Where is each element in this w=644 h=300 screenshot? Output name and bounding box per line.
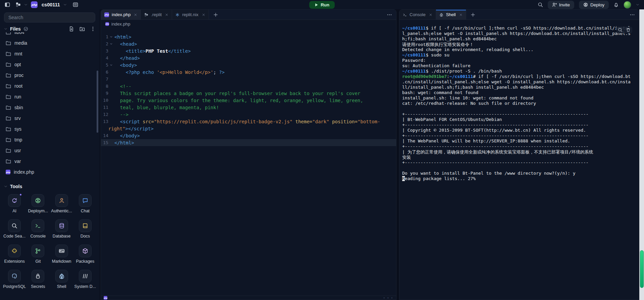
code-line-13[interactable]: 13 <script src="https://replit.com/publi… bbox=[101, 118, 396, 125]
tool-tile-postgresql[interactable]: PostgreSQL bbox=[3, 270, 26, 295]
folder-icon bbox=[6, 126, 11, 132]
editor-tabs-menu-icon[interactable] bbox=[383, 10, 396, 19]
chevron-down-icon[interactable] bbox=[24, 3, 28, 6]
chevron-down-icon[interactable] bbox=[4, 27, 7, 31]
postgresql-icon bbox=[11, 273, 17, 279]
file-tree-item-var[interactable]: var bbox=[0, 156, 100, 167]
chevron-down-icon[interactable] bbox=[63, 3, 67, 6]
window-scrollbar[interactable] bbox=[639, 9, 644, 300]
close-icon[interactable] bbox=[134, 13, 137, 16]
tool-tile-authentic-[interactable]: Authentic... bbox=[50, 194, 73, 219]
code-line-4[interactable]: 4 </head> bbox=[101, 54, 396, 61]
workspace-name[interactable]: cs00111 bbox=[42, 2, 60, 7]
code-line-8[interactable]: 8 <!-- bbox=[101, 83, 396, 90]
file-tree-item-index.php[interactable]: phpindex.php bbox=[0, 167, 100, 177]
code-editor[interactable]: 1<html>2 <head>3 <title>PHP Test</title>… bbox=[101, 28, 396, 146]
code-line-14[interactable]: 14 </body> bbox=[101, 132, 396, 139]
breadcrumb[interactable]: php index.php bbox=[101, 20, 396, 28]
layout-icon[interactable] bbox=[73, 2, 78, 7]
checkpoint-icon[interactable] bbox=[23, 27, 28, 31]
tab-shell[interactable]: Shell bbox=[436, 10, 466, 19]
line-number: 15 bbox=[101, 140, 108, 145]
close-icon[interactable] bbox=[202, 13, 205, 16]
tool-tile-database[interactable]: Database bbox=[50, 219, 73, 245]
file-tree-item-tmp[interactable]: tmp bbox=[0, 134, 100, 145]
notifications-bell-icon[interactable] bbox=[613, 2, 619, 7]
tool-tile-console[interactable]: Console bbox=[26, 219, 50, 245]
deploy-button[interactable]: Deploy bbox=[579, 1, 609, 9]
database-icon bbox=[59, 223, 65, 229]
new-tab-icon[interactable] bbox=[209, 10, 222, 19]
chevron-down-icon[interactable] bbox=[4, 185, 7, 188]
code-line-9[interactable]: 9 This script places a badge on your rep… bbox=[101, 90, 396, 97]
file-tree-item-srv[interactable]: srv bbox=[0, 113, 100, 124]
code-line-11[interactable]: 11 teal, blue, blurple, magenta, pink! bbox=[101, 104, 396, 111]
files-menu-icon[interactable] bbox=[90, 26, 96, 32]
new-folder-icon[interactable] bbox=[79, 26, 85, 32]
code-line-10[interactable]: 10 page. Try various colors for the them… bbox=[101, 97, 396, 104]
tool-tile-system-d-[interactable]: System D... bbox=[73, 270, 97, 295]
code-line-7[interactable]: 7 bbox=[101, 76, 396, 83]
search-input[interactable]: Search bbox=[4, 12, 95, 23]
invite-button[interactable]: Invite bbox=[548, 1, 574, 9]
code-line-6[interactable]: 6 <?php echo '<p>Hello World</p>'; ?> bbox=[101, 69, 396, 76]
tool-tile-ai[interactable]: AI bbox=[3, 194, 26, 219]
file-name: sys bbox=[14, 126, 21, 132]
file-tree-item-usr[interactable]: usr bbox=[0, 145, 100, 156]
tab-console[interactable]: Console bbox=[399, 10, 436, 19]
tool-tile-docs[interactable]: Docs bbox=[73, 219, 97, 245]
code-line-3[interactable]: 3 <title>PHP Test</title> bbox=[101, 47, 396, 54]
tool-tile-secrets[interactable]: Secrets bbox=[26, 270, 50, 295]
tab-index-php[interactable]: phpindex.php bbox=[101, 10, 141, 19]
tool-tile-deploym-[interactable]: Deploym... bbox=[26, 194, 50, 219]
file-tree-item-sbin[interactable]: sbin bbox=[0, 102, 100, 113]
tool-tile-git[interactable]: Git bbox=[26, 245, 50, 270]
run-button[interactable]: Run bbox=[309, 1, 335, 9]
avatar[interactable] bbox=[624, 1, 631, 9]
folder-icon bbox=[6, 94, 11, 99]
new-file-icon[interactable] bbox=[69, 26, 74, 32]
new-shell-tab-icon[interactable] bbox=[466, 10, 480, 19]
fold-chevron-icon[interactable] bbox=[108, 42, 114, 45]
window-scrollbar-thumb[interactable] bbox=[640, 250, 644, 288]
file-tree-item-mnt[interactable]: mnt bbox=[0, 48, 100, 59]
tool-tile-chat[interactable]: Chat bbox=[73, 194, 97, 219]
fold-chevron-icon[interactable] bbox=[108, 35, 114, 38]
file-tree-item-root[interactable]: root bbox=[0, 81, 100, 91]
shell-terminal[interactable]: ~/cs00111$ if [ -f /usr/bin/curl ];then … bbox=[399, 20, 639, 181]
close-icon[interactable] bbox=[429, 13, 432, 16]
file-tree-item-media[interactable]: media bbox=[0, 38, 100, 48]
file-tree-item-proc[interactable]: proc bbox=[0, 70, 100, 81]
terminal-clear-icon[interactable] bbox=[626, 28, 631, 32]
tab-replit-nix[interactable]: replit.nix bbox=[172, 10, 209, 19]
files-section-header: Files bbox=[0, 25, 100, 33]
file-tree-item-lib64[interactable]: lib64 bbox=[0, 32, 100, 38]
file-tree-item-sys[interactable]: sys bbox=[0, 124, 100, 134]
replit-logo-icon[interactable] bbox=[15, 2, 21, 7]
tool-tile-markdown[interactable]: Markdown bbox=[50, 245, 73, 270]
tab--replit[interactable]: .replit bbox=[141, 10, 172, 19]
tool-tile-shell[interactable]: Shell bbox=[50, 270, 73, 295]
fold-chevron-icon[interactable] bbox=[108, 63, 114, 67]
file-tree-scrollbar[interactable] bbox=[97, 71, 98, 133]
sidebar-toggle-icon[interactable] bbox=[5, 2, 10, 7]
code-line-15[interactable]: 15</html> bbox=[101, 139, 396, 146]
code-line-1[interactable]: 1<html> bbox=[101, 33, 396, 40]
close-icon[interactable] bbox=[459, 13, 463, 16]
shell-tabs-menu-icon[interactable] bbox=[626, 10, 639, 19]
terminal-line: ll/install_panel.sh;fi;bash install_pane… bbox=[402, 85, 636, 90]
file-tree-item-run[interactable]: run bbox=[0, 91, 100, 102]
terminal-search-icon[interactable] bbox=[618, 28, 623, 32]
tool-tile-packages[interactable]: Packages bbox=[73, 245, 97, 270]
search-icon[interactable] bbox=[538, 2, 543, 7]
chevron-down-icon[interactable] bbox=[636, 3, 639, 6]
code-line-2[interactable]: 2 <head> bbox=[101, 40, 396, 47]
tool-tile-extensions[interactable]: Extensions bbox=[3, 245, 26, 270]
code-line-wrap[interactable]: right"></script> bbox=[101, 125, 396, 132]
tool-label: Authentic... bbox=[51, 209, 72, 213]
tool-tile-code-sea-[interactable]: Code Sea... bbox=[3, 219, 26, 245]
code-line-12[interactable]: 12 --> bbox=[101, 111, 396, 118]
close-icon[interactable] bbox=[165, 13, 168, 16]
code-line-5[interactable]: 5 <body> bbox=[101, 61, 396, 69]
file-tree-item-opt[interactable]: opt bbox=[0, 59, 100, 70]
